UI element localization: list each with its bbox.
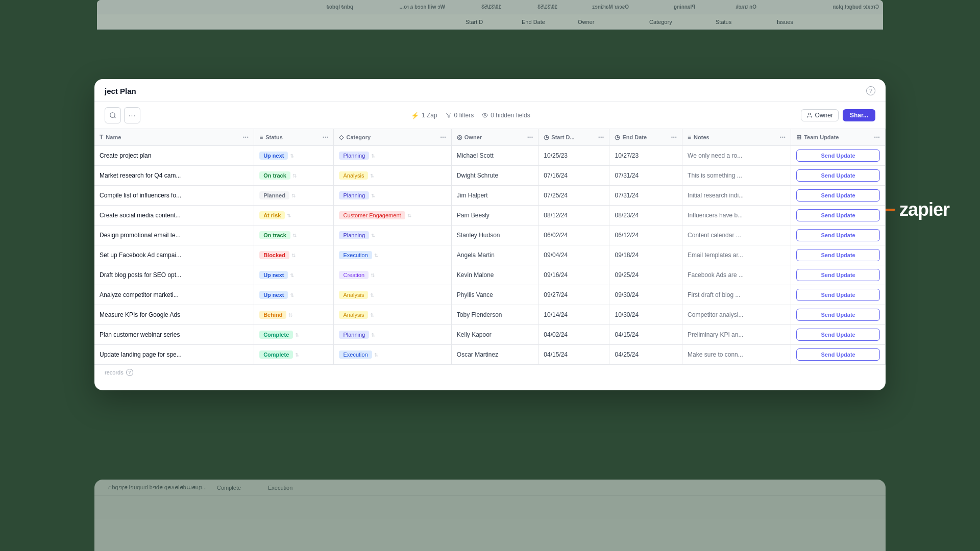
filters-chip[interactable]: 0 filters: [446, 112, 474, 119]
category-sort[interactable]: ⇅: [371, 233, 375, 238]
cell-owner-2: Jim Halpert: [451, 186, 538, 206]
owner-text: Kelly Kapoor: [457, 331, 492, 338]
notes-col-more[interactable]: ···: [780, 133, 786, 141]
status-sort[interactable]: ⇅: [290, 292, 294, 298]
send-update-button[interactable]: Send Update: [796, 209, 880, 221]
status-sort[interactable]: ⇅: [292, 233, 297, 238]
owner-text: Angela Martin: [457, 252, 495, 259]
cell-start-1: 07/16/24: [538, 166, 609, 186]
start-date-text: 07/25/24: [544, 192, 568, 199]
cell-status-0: Up next ⇅: [254, 146, 334, 166]
status-sort[interactable]: ⇅: [291, 253, 296, 258]
notes-text: First draft of blog ...: [688, 291, 740, 298]
toolbar-center: ⚡ 1 Zap 0 filters 0 hidden fields: [411, 112, 530, 119]
category-badge: Analysis: [339, 171, 368, 180]
status-sort[interactable]: ⇅: [290, 272, 294, 278]
category-badge: Analysis: [339, 311, 368, 319]
cell-name-7: Analyze competitor marketi...: [94, 285, 254, 305]
status-col-more[interactable]: ···: [323, 133, 329, 141]
send-update-button[interactable]: Send Update: [796, 269, 880, 281]
send-update-button[interactable]: Send Update: [796, 169, 880, 182]
category-col-more[interactable]: ···: [440, 133, 446, 141]
cell-action-4: Send Update: [791, 226, 886, 245]
cell-category-5: Execution ⇅: [334, 245, 451, 265]
help-icon[interactable]: ?: [866, 86, 875, 95]
category-sort[interactable]: ⇅: [370, 292, 374, 298]
send-update-button[interactable]: Send Update: [796, 289, 880, 301]
cell-status-1: On track ⇅: [254, 166, 334, 186]
status-sort[interactable]: ⇅: [295, 352, 299, 358]
notes-text: Content calendar ...: [688, 232, 741, 239]
send-update-button[interactable]: Send Update: [796, 329, 880, 341]
status-badge: On track: [259, 231, 290, 239]
col-header-notes: ≡ Notes ···: [682, 129, 791, 146]
start-col-label: Start D...: [551, 134, 574, 140]
category-sort[interactable]: ⇅: [407, 213, 411, 218]
cell-status-7: Up next ⇅: [254, 285, 334, 305]
hidden-fields-label: 0 hidden fields: [491, 112, 530, 119]
cell-notes-4: Content calendar ...: [682, 226, 791, 245]
status-badge: Blocked: [259, 251, 289, 259]
cell-end-9: 04/15/24: [609, 325, 682, 345]
category-sort[interactable]: ⇅: [371, 193, 375, 198]
send-update-button[interactable]: Send Update: [796, 149, 880, 162]
cell-category-0: Planning ⇅: [334, 146, 451, 166]
end-col-icon: ◷: [615, 134, 620, 141]
col-header-owner: ◎ Owner ···: [451, 129, 538, 146]
status-sort[interactable]: ⇅: [288, 312, 292, 318]
category-sort[interactable]: ⇅: [371, 272, 375, 278]
send-update-button[interactable]: Send Update: [796, 309, 880, 321]
status-sort[interactable]: ⇅: [290, 153, 294, 159]
cell-start-7: 09/27/24: [538, 285, 609, 305]
end-col-more[interactable]: ···: [671, 133, 677, 141]
records-help-icon[interactable]: ?: [126, 369, 133, 376]
name-col-more[interactable]: ···: [242, 133, 249, 141]
start-col-more[interactable]: ···: [598, 133, 604, 141]
owner-button[interactable]: Owner: [801, 109, 839, 121]
hidden-fields-chip[interactable]: 0 hidden fields: [482, 112, 530, 119]
cell-notes-7: First draft of blog ...: [682, 285, 791, 305]
name-text: Analyze competitor marketi...: [100, 291, 179, 298]
share-button[interactable]: Shar...: [843, 109, 875, 121]
cell-owner-4: Stanley Hudson: [451, 226, 538, 245]
send-update-button[interactable]: Send Update: [796, 249, 880, 261]
category-sort[interactable]: ⇅: [374, 352, 378, 358]
status-sort[interactable]: ⇅: [295, 332, 299, 338]
notes-text: Initial research indi...: [688, 192, 744, 199]
name-text: Create project plan: [100, 152, 151, 159]
category-sort[interactable]: ⇅: [370, 312, 374, 318]
send-update-button[interactable]: Send Update: [796, 229, 880, 241]
cell-action-9: Send Update: [791, 325, 886, 345]
search-button[interactable]: [105, 107, 121, 123]
owner-col-more[interactable]: ···: [527, 133, 533, 141]
category-sort[interactable]: ⇅: [370, 173, 374, 179]
cell-status-4: On track ⇅: [254, 226, 334, 245]
status-badge: Up next: [259, 291, 288, 299]
table-container: T Name ··· ≡ Status ···: [94, 129, 886, 365]
category-sort[interactable]: ⇅: [374, 253, 378, 258]
zap-chip[interactable]: ⚡ 1 Zap: [411, 112, 437, 119]
owner-text: Pam Beesly: [457, 212, 489, 219]
start-date-text: 08/12/24: [544, 212, 568, 219]
owner-text: Phyllis Vance: [457, 291, 493, 298]
start-date-text: 09/27/24: [544, 291, 568, 298]
cell-name-1: Market research for Q4 cam...: [94, 166, 254, 186]
start-date-text: 07/16/24: [544, 172, 568, 179]
status-sort[interactable]: ⇅: [291, 193, 296, 198]
team-update-col-more[interactable]: ···: [874, 133, 880, 141]
send-update-button[interactable]: Send Update: [796, 348, 880, 361]
status-sort[interactable]: ⇅: [292, 173, 297, 179]
category-sort[interactable]: ⇅: [371, 332, 375, 338]
notes-text: Competitor analysi...: [688, 311, 743, 318]
category-sort[interactable]: ⇅: [371, 153, 375, 159]
table-row: Set up Facebook Ad campai... Blocked ⇅ E…: [94, 245, 886, 265]
start-date-text: 10/25/23: [544, 152, 568, 159]
col-header-team-update: ⊞ Team Update ···: [791, 129, 886, 146]
more-options-button[interactable]: ···: [124, 107, 140, 123]
owner-text: Dwight Schrute: [457, 172, 498, 179]
team-update-col-label: Team Update: [804, 134, 839, 140]
send-update-button[interactable]: Send Update: [796, 189, 880, 202]
status-badge: Up next: [259, 271, 288, 279]
table-row: Create social media content... At risk ⇅…: [94, 206, 886, 226]
status-sort[interactable]: ⇅: [287, 213, 291, 218]
